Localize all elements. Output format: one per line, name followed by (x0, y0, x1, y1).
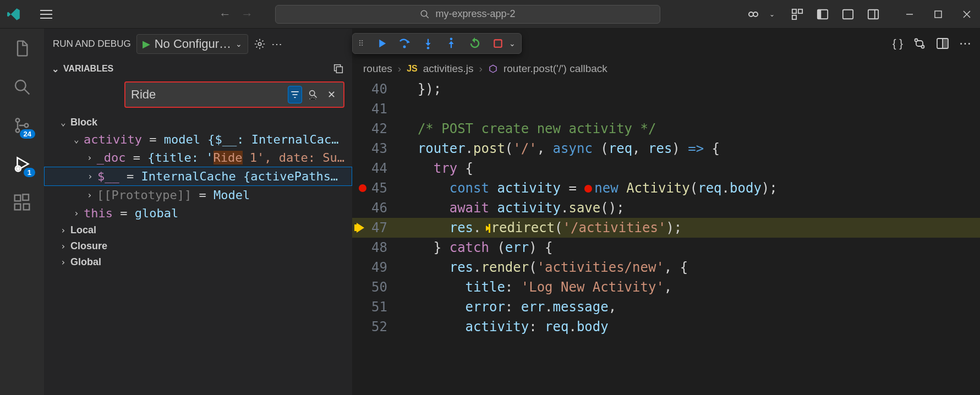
diff-icon[interactable] (913, 37, 926, 50)
run-debug-icon[interactable]: 1 (10, 152, 34, 176)
gutter[interactable]: 50 (352, 279, 402, 295)
copilot-icon[interactable] (746, 7, 761, 22)
code-line[interactable]: 42 /* POST create new activity */ (352, 119, 980, 139)
gutter[interactable]: 51 (352, 299, 402, 315)
toggle-secondary-sidebar-icon[interactable] (866, 7, 881, 22)
maximize-window-icon[interactable] (930, 7, 946, 22)
code-content[interactable]: error: err.message, (402, 299, 980, 315)
editor-more-icon[interactable]: ⋯ (959, 36, 971, 51)
gutter[interactable]: 41 (352, 101, 402, 117)
close-window-icon[interactable] (959, 7, 974, 22)
continue-icon[interactable] (375, 37, 387, 50)
step-into-icon[interactable] (422, 37, 434, 50)
chevron-right-icon: › (74, 208, 84, 218)
scope-closure[interactable]: › Closure (44, 238, 352, 254)
code-line[interactable]: 47 res.redirect('/activities'); (352, 218, 980, 238)
start-debug-button[interactable]: ▶ No Configur… ⌄ (136, 34, 248, 54)
code-line[interactable]: 44 try { (352, 158, 980, 178)
code-line[interactable]: 48 } catch (err) { (352, 238, 980, 257)
code-line[interactable]: 45 const activity = new Activity(req.bod… (352, 178, 980, 198)
svg-rect-10 (868, 9, 878, 19)
breakpoint-icon[interactable] (359, 184, 366, 192)
braces-icon[interactable]: { } (893, 37, 903, 50)
code-content[interactable]: } catch (err) { (402, 240, 980, 255)
step-over-icon[interactable] (398, 37, 411, 50)
chevron-right-icon: › (87, 152, 97, 163)
scope-local[interactable]: › Local (44, 222, 352, 238)
var-activity[interactable]: ⌄ activity = model {$__: InternalCac… (44, 130, 352, 149)
code-line[interactable]: 46 await activity.save(); (352, 198, 980, 218)
fuzzy-match-icon[interactable] (308, 87, 320, 102)
code-content[interactable]: /* POST create new activity */ (402, 121, 980, 136)
variables-section-header[interactable]: ⌄ VARIABLES (44, 59, 352, 78)
var-doc[interactable]: › _doc = {title: 'Ride 1', date: Su… (44, 149, 352, 167)
nav-back-icon[interactable]: ← (219, 7, 231, 21)
extensions-icon[interactable] (10, 190, 34, 215)
breadcrumb[interactable]: routes › JS activities.js › router.post(… (352, 58, 980, 79)
breadcrumb-symbol[interactable]: router.post('/') callback (503, 63, 607, 75)
drag-handle-icon[interactable]: ⠿ (358, 39, 364, 48)
code-content[interactable]: activity: req.body (402, 319, 980, 334)
scope-block[interactable]: ⌄ Block (44, 114, 352, 130)
code-line[interactable]: 52 activity: req.body (352, 317, 980, 337)
code-content[interactable]: title: 'Log New Activity', (402, 279, 980, 295)
var-internal-cache[interactable]: › $__ = InternalCache {activePaths… (44, 167, 352, 186)
gutter[interactable]: 49 (352, 260, 402, 275)
source-control-icon[interactable]: 24 (10, 113, 34, 138)
code-content[interactable]: router.post('/', async (req, res) => { (402, 141, 980, 156)
breadcrumb-file[interactable]: activities.js (423, 63, 474, 75)
code-content[interactable]: try { (402, 161, 980, 176)
configure-icon[interactable] (254, 38, 266, 50)
chevron-right-icon: › (87, 190, 97, 200)
gutter[interactable]: 42 (352, 121, 402, 136)
code-line[interactable]: 43 router.post('/', async (req, res) => … (352, 139, 980, 158)
toggle-panel-icon[interactable] (840, 7, 856, 22)
step-out-icon[interactable] (445, 37, 457, 50)
gutter[interactable]: 48 (352, 240, 402, 255)
copilot-chevron-icon[interactable]: ⌄ (764, 7, 780, 22)
split-editor-icon[interactable] (936, 37, 949, 50)
code-line[interactable]: 40 }); (352, 79, 980, 99)
gutter[interactable]: 44 (352, 161, 402, 176)
filter-toggle-icon[interactable] (288, 86, 302, 103)
var-this[interactable]: › this = global (44, 204, 352, 222)
code-line[interactable]: 50 title: 'Log New Activity', (352, 277, 980, 297)
explorer-icon[interactable] (10, 36, 34, 61)
code-content[interactable]: }); (402, 81, 980, 97)
code-editor[interactable]: 40 });4142 /* POST create new activity *… (352, 79, 980, 395)
gutter[interactable]: 45 (352, 180, 402, 196)
variables-filter-input[interactable] (131, 87, 282, 102)
search-view-icon[interactable] (10, 75, 34, 99)
minimize-window-icon[interactable] (902, 7, 917, 22)
restart-icon[interactable] (468, 37, 481, 50)
close-filter-icon[interactable]: ✕ (326, 87, 338, 102)
code-content[interactable]: const activity = new Activity(req.body); (402, 180, 980, 196)
gutter[interactable]: 40 (352, 81, 402, 97)
code-line[interactable]: 51 error: err.message, (352, 297, 980, 317)
code-content[interactable]: res.render('activities/new', { (402, 260, 980, 275)
nav-forward-icon[interactable]: → (241, 7, 253, 21)
code-content[interactable]: await activity.save(); (402, 200, 980, 216)
breadcrumb-folder[interactable]: routes (363, 63, 392, 75)
gutter[interactable]: 43 (352, 141, 402, 156)
debug-toolbar[interactable]: ⠿ ⌄ (352, 33, 522, 54)
gutter[interactable]: 46 (352, 200, 402, 216)
method-icon (488, 64, 498, 74)
gutter[interactable]: 47 (352, 220, 402, 235)
code-line[interactable]: 41 (352, 99, 980, 119)
layout-customize-icon[interactable] (790, 7, 805, 22)
svg-point-25 (403, 46, 406, 48)
more-actions-icon[interactable]: ⋯ (271, 37, 282, 51)
code-content[interactable]: res.redirect('/activities'); (402, 220, 980, 235)
stop-icon[interactable] (492, 38, 503, 49)
scope-global[interactable]: › Global (44, 254, 352, 270)
debug-more-chevron-icon[interactable]: ⌄ (509, 39, 516, 48)
command-center[interactable]: my-express-app-2 (275, 5, 660, 24)
config-name: No Configur… (155, 37, 231, 51)
var-prototype[interactable]: › [[Prototype]] = Model (44, 186, 352, 204)
gutter[interactable]: 52 (352, 319, 402, 334)
toggle-primary-sidebar-icon[interactable] (815, 7, 830, 22)
code-line[interactable]: 49 res.render('activities/new', { (352, 257, 980, 277)
app-menu-icon[interactable] (39, 7, 54, 22)
collapse-all-icon[interactable] (332, 63, 344, 75)
